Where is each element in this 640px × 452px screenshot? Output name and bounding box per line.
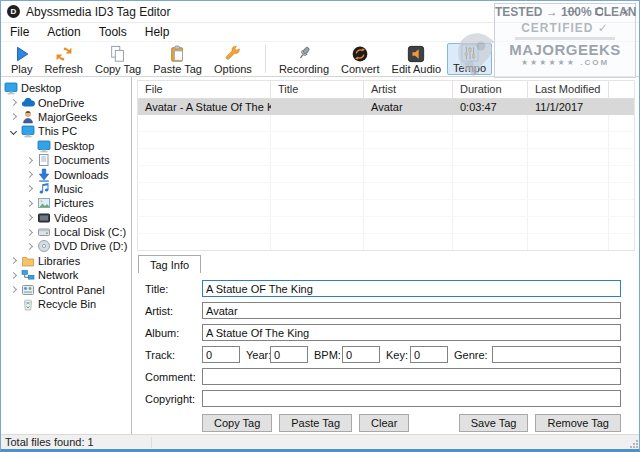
tree-item-local-disk-c-[interactable]: Local Disk (C:) [1, 225, 131, 239]
file-row-cell: Avatar - A Statue Of The King.... [138, 99, 271, 115]
tree-item-this-pc[interactable]: This PC [1, 124, 131, 138]
bpm-field[interactable] [342, 346, 380, 363]
tree-item-libraries[interactable]: Libraries [1, 254, 131, 268]
main-area: DesktopOneDriveMajorGeeksThis PCDesktopD… [1, 77, 639, 434]
chevron-right-icon[interactable] [5, 100, 21, 105]
empty-cell [528, 234, 609, 250]
toolbar-button-label: Edit Audio [392, 63, 442, 75]
chevron-right-icon[interactable] [5, 273, 21, 278]
copyright-field[interactable] [202, 390, 621, 407]
tree-item-desktop[interactable]: Desktop [1, 81, 131, 95]
convert-icon [351, 45, 369, 63]
maximize-button[interactable] [585, 1, 612, 22]
album-field[interactable] [202, 324, 621, 341]
column-header-title[interactable]: Title [271, 81, 364, 98]
toolbar-button-copy-tag[interactable]: Copy Tag [89, 43, 147, 75]
tree-item-recycle-bin[interactable]: Recycle Bin [1, 297, 131, 311]
dvd-disc-icon [37, 239, 51, 253]
tree-item-pictures[interactable]: Pictures [1, 196, 131, 210]
tree-item-documents[interactable]: Documents [1, 153, 131, 167]
maximize-icon [595, 8, 603, 15]
empty-cell [271, 200, 364, 216]
toolbar-button-play[interactable]: Play [5, 43, 38, 75]
chevron-right-icon[interactable] [21, 230, 37, 235]
tree-item-majorgeeks[interactable]: MajorGeeks [1, 110, 131, 124]
chevron-right-icon[interactable] [5, 258, 21, 263]
toolbar-button-options[interactable]: Options [208, 43, 258, 75]
chevron-right-icon[interactable] [21, 201, 37, 206]
clear-button[interactable]: Clear [359, 414, 409, 432]
window-controls: × [558, 1, 639, 22]
column-header-artist[interactable]: Artist [364, 81, 453, 98]
tab-tag-info[interactable]: Tag Info [138, 255, 201, 274]
chevron-right-icon[interactable] [21, 158, 37, 163]
chevron-right-icon[interactable] [21, 244, 37, 249]
tree-item-dvd-drive-d-[interactable]: DVD Drive (D:) [1, 239, 131, 253]
tree-item-label: Desktop [54, 140, 94, 152]
genre-field[interactable] [492, 346, 621, 363]
toolbar-button-recording[interactable]: Recording [273, 43, 335, 75]
edit-audio-icon [407, 45, 425, 63]
paste-tag-button[interactable]: Paste Tag [279, 414, 352, 432]
column-header-last-modified[interactable]: Last Modified [528, 81, 609, 98]
track-field[interactable] [202, 346, 240, 363]
monitor-icon [37, 139, 51, 153]
year-field[interactable] [270, 346, 308, 363]
app-icon: D [7, 5, 20, 18]
chevron-right-icon[interactable] [5, 114, 21, 119]
minimize-button[interactable] [558, 1, 585, 22]
file-row[interactable]: Avatar - A Statue Of The King....Avatar0… [138, 99, 634, 115]
remove-tag-button[interactable]: Remove Tag [535, 414, 621, 432]
menu-item-help[interactable]: Help [136, 25, 179, 39]
toolbar-button-refresh[interactable]: Refresh [38, 43, 89, 75]
tree-item-control-panel[interactable]: Control Panel [1, 282, 131, 296]
window-title: Abyssmedia ID3 Tag Editor [26, 5, 171, 19]
tree-item-downloads[interactable]: Downloads [1, 167, 131, 181]
toolbar-button-edit-audio[interactable]: Edit Audio [386, 43, 448, 75]
chevron-right-icon[interactable] [21, 186, 37, 191]
right-pane: FileTitleArtistDurationLast Modified Ava… [132, 77, 639, 434]
tree-item-network[interactable]: Network [1, 268, 131, 282]
chevron-right-icon[interactable] [21, 215, 37, 220]
empty-row [138, 149, 634, 166]
key-field[interactable] [410, 346, 448, 363]
empty-cell [138, 217, 271, 233]
empty-cell [528, 200, 609, 216]
toolbar-button-tempo[interactable]: Tempo [447, 43, 492, 75]
chevron-down-icon[interactable] [5, 129, 21, 134]
comment-field[interactable] [202, 368, 621, 385]
tree-item-music[interactable]: Music [1, 182, 131, 196]
column-header-file[interactable]: File [138, 81, 271, 98]
menu-item-tools[interactable]: Tools [90, 25, 136, 39]
tree-item-label: This PC [38, 125, 77, 137]
chevron-right-icon[interactable] [5, 287, 21, 292]
menu-item-file[interactable]: File [1, 25, 38, 39]
menu-item-action[interactable]: Action [38, 25, 89, 39]
toolbar-separator [265, 45, 266, 73]
empty-cell [138, 234, 271, 250]
save-tag-button[interactable]: Save Tag [459, 414, 529, 432]
chevron-right-icon[interactable] [21, 172, 37, 177]
empty-cell [271, 132, 364, 148]
toolbar-button-paste-tag[interactable]: Paste Tag [147, 43, 208, 75]
column-header-duration[interactable]: Duration [453, 81, 528, 98]
folder-tree: DesktopOneDriveMajorGeeksThis PCDesktopD… [1, 77, 132, 434]
artist-field[interactable] [202, 302, 621, 319]
tree-item-videos[interactable]: Videos [1, 211, 131, 225]
copyright-label: Copyright: [145, 393, 202, 405]
tab-strip: Tag Info [137, 254, 635, 274]
title-bar: D Abyssmedia ID3 Tag Editor × [1, 1, 639, 23]
close-button[interactable]: × [612, 1, 639, 22]
copy-tag-button[interactable]: Copy Tag [202, 414, 272, 432]
tree-item-desktop[interactable]: Desktop [1, 139, 131, 153]
title-field[interactable] [202, 280, 621, 297]
resize-grip[interactable] [630, 440, 638, 448]
tree-item-onedrive[interactable]: OneDrive [1, 95, 131, 109]
tree-item-label: Desktop [21, 82, 61, 94]
empty-cell [138, 132, 271, 148]
empty-row [138, 217, 634, 234]
empty-cell [528, 115, 609, 131]
file-row-cell: 11/1/2017 [528, 99, 609, 115]
toolbar-button-convert[interactable]: Convert [335, 43, 386, 75]
empty-cell [364, 115, 453, 131]
